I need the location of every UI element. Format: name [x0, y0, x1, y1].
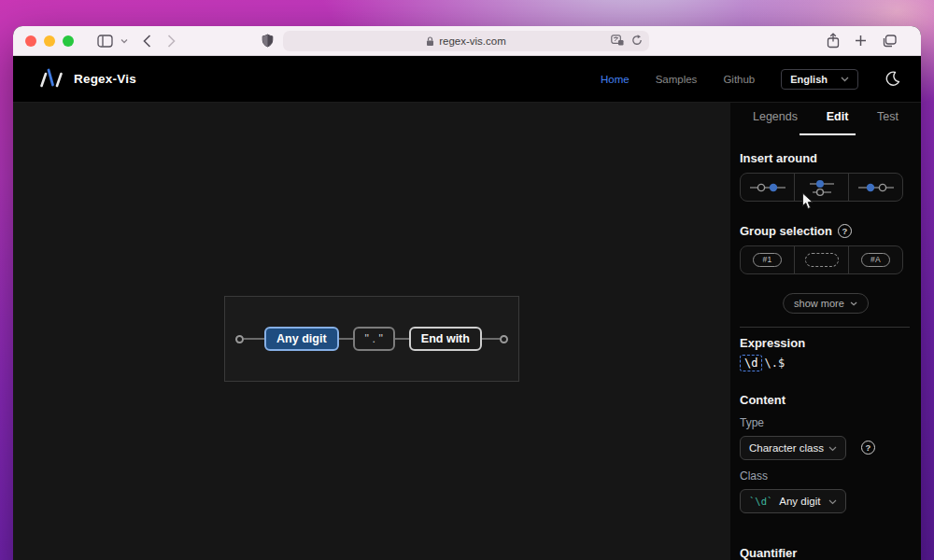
url-text: regex-vis.com [439, 35, 506, 47]
type-help-icon[interactable]: ? [861, 441, 875, 455]
safari-window: regex-vis.com [13, 26, 921, 560]
moon-icon [884, 71, 900, 87]
lock-icon [426, 36, 434, 47]
brand-name: Regex-Vis [74, 72, 136, 86]
show-more-button[interactable]: show more [783, 293, 869, 314]
insert-after-icon [750, 181, 785, 194]
site-header: Regex-Vis Home Samples Github English [13, 56, 921, 103]
privacy-shield-icon[interactable] [262, 34, 274, 48]
group-selection-heading: Group selection ? [740, 224, 852, 238]
translate-icon[interactable] [611, 35, 624, 46]
browser-titlebar: regex-vis.com [13, 26, 921, 56]
end-node [500, 335, 508, 343]
chevron-down-icon [841, 77, 849, 82]
show-more-label: show more [794, 298, 844, 309]
regex-vis-logo-icon [39, 67, 64, 91]
noncapture-group-icon [805, 253, 839, 267]
mouse-cursor [801, 192, 814, 213]
group-named-button[interactable]: #A [848, 246, 902, 273]
nav-samples[interactable]: Samples [656, 74, 698, 85]
nav-github[interactable]: Github [723, 74, 755, 85]
chevron-down-icon [828, 499, 837, 505]
close-button[interactable] [25, 35, 36, 47]
content-heading: Content [740, 393, 785, 407]
capture-group-icon: #1 [753, 253, 781, 267]
insert-before-button[interactable] [848, 174, 902, 201]
group-capture-button[interactable]: #1 [741, 246, 794, 273]
connector [244, 338, 264, 340]
expression-readout: \d \.$ [740, 355, 785, 371]
tab-legends[interactable]: Legends [753, 110, 798, 123]
regex-graph-panel: Any digit " . " End with [224, 296, 519, 382]
class-code: `\d` [749, 496, 772, 507]
insert-before-icon [858, 181, 894, 194]
minimize-button[interactable] [44, 35, 55, 47]
node-dot[interactable]: " . " [353, 327, 395, 351]
tab-overview-icon[interactable] [882, 35, 897, 48]
group-selection-group: #1 #A [740, 245, 903, 274]
address-bar[interactable]: regex-vis.com [283, 31, 649, 51]
type-select-value: Character class [749, 442, 824, 454]
language-value: English [790, 74, 828, 85]
chevron-down-icon [828, 446, 837, 452]
tab-edit[interactable]: Edit [827, 110, 849, 123]
nav-home[interactable]: Home [601, 74, 630, 85]
share-icon[interactable] [827, 33, 840, 49]
quantifier-heading: Quantifier [740, 546, 797, 560]
connector [482, 338, 500, 340]
insert-after-button[interactable] [741, 174, 794, 201]
class-label: Class [740, 469, 768, 483]
node-end-with[interactable]: End with [409, 327, 482, 351]
brand[interactable]: Regex-Vis [39, 67, 136, 91]
active-tab-indicator [800, 133, 856, 135]
insert-around-heading: Insert around [740, 151, 817, 165]
selected-token: \d [740, 355, 762, 371]
section-divider [740, 327, 910, 328]
expression-rest: \.$ [764, 357, 785, 370]
zoom-button[interactable] [63, 35, 74, 47]
group-noncapture-button[interactable] [794, 246, 848, 273]
sidebar-toggle-icon[interactable] [97, 35, 113, 48]
type-select[interactable]: Character class [740, 436, 846, 460]
class-select[interactable]: `\d` Any digit [740, 489, 846, 513]
graph-canvas[interactable]: Any digit " . " End with [13, 103, 730, 560]
group-selection-title: Group selection [740, 224, 832, 238]
node-any-digit[interactable]: Any digit [264, 327, 338, 351]
language-select[interactable]: English [781, 69, 858, 90]
back-button[interactable] [143, 35, 151, 48]
editor-sidebar: Legends Edit Test Insert around [730, 103, 921, 560]
tab-test[interactable]: Test [877, 110, 899, 123]
type-label: Type [740, 416, 764, 429]
group-help-icon[interactable]: ? [838, 224, 852, 238]
sidebar-chevron-down-icon[interactable] [120, 38, 128, 44]
forward-button[interactable] [167, 35, 176, 48]
insert-around-group [740, 173, 903, 202]
reload-icon[interactable] [631, 35, 643, 46]
traffic-lights [25, 35, 74, 47]
dark-mode-toggle[interactable] [884, 71, 900, 87]
connector [395, 338, 409, 340]
railroad-diagram: Any digit " . " End with [235, 327, 508, 351]
class-select-value: Any digit [779, 496, 820, 507]
new-tab-icon[interactable] [855, 35, 867, 47]
chevron-down-icon [850, 301, 857, 306]
named-group-icon: #A [861, 253, 890, 267]
main-nav: Home Samples Github English [601, 69, 900, 90]
connector [339, 338, 353, 340]
expression-heading: Expression [740, 336, 805, 350]
start-node [235, 335, 244, 343]
sidebar-tabs: Legends Edit Test [730, 110, 921, 123]
